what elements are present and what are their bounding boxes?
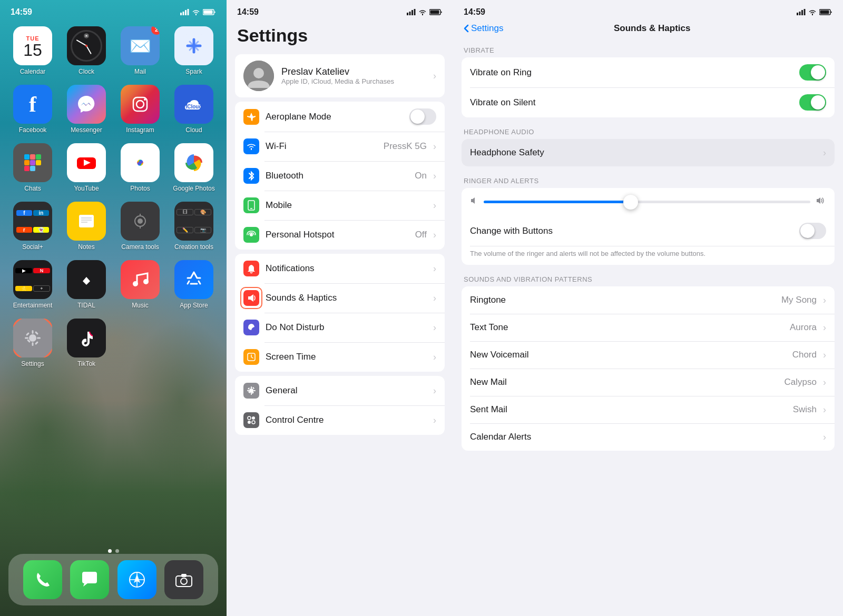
- gphotos-icon-img: [182, 151, 205, 174]
- svp-section-label: SOUNDS AND VIBRATION PATTERNS: [462, 269, 835, 286]
- app-camera-tools[interactable]: Camera tools: [116, 202, 164, 251]
- headphone-safety-row[interactable]: Headphone Safety ›: [462, 139, 835, 166]
- chats-icon-img: [22, 152, 43, 173]
- settings-row-notifications[interactable]: Notifications ›: [235, 254, 445, 283]
- sh-status-icons: [797, 9, 832, 15]
- app-appstore[interactable]: App Store: [170, 260, 218, 309]
- profile-row[interactable]: Preslav Kateliev Apple ID, iCloud, Media…: [235, 54, 445, 97]
- app-mail[interactable]: ✉️ 2 Mail: [116, 26, 164, 75]
- settings-time: 14:59: [237, 7, 259, 17]
- app-spark[interactable]: Spark: [170, 26, 218, 75]
- ringer-slider-track[interactable]: [484, 201, 810, 203]
- settings-row-bluetooth[interactable]: Bluetooth On ›: [235, 161, 445, 191]
- tiktok-icon-img: [76, 327, 97, 349]
- svg-rect-19: [24, 166, 30, 171]
- settings-row-screentime[interactable]: Screen Time ›: [235, 342, 445, 372]
- sent-mail-row[interactable]: Sent Mail Swish ›: [462, 396, 835, 423]
- app-photos[interactable]: Photos: [116, 143, 164, 192]
- change-buttons-row[interactable]: Change with Buttons: [462, 216, 835, 246]
- app-tidal[interactable]: TIDAL: [62, 260, 111, 309]
- app-instagram[interactable]: Instagram: [116, 85, 164, 134]
- notifications-label: Notifications: [266, 263, 427, 274]
- svg-rect-77: [253, 390, 256, 391]
- profile-subtitle: Apple ID, iCloud, Media & Purchases: [281, 77, 394, 85]
- svg-rect-13: [24, 154, 30, 160]
- svg-rect-76: [247, 390, 249, 391]
- dock-phone[interactable]: [23, 560, 62, 599]
- dnd-icon-img: [247, 323, 256, 332]
- calendar-num: 15: [23, 42, 42, 58]
- svg-rect-18: [36, 160, 41, 165]
- settings-row-hotspot[interactable]: Personal Hotspot Off ›: [235, 220, 445, 250]
- app-entertainment[interactable]: ▶ N ⭐ + Entertainment: [8, 260, 57, 309]
- tidal-icon-img: [76, 269, 97, 290]
- calendar-alerts-row[interactable]: Calendar Alerts ›: [462, 423, 835, 451]
- bluetooth-chevron: ›: [433, 171, 436, 182]
- wifi-icon: [192, 9, 200, 15]
- wifi-setting-icon-img: [247, 143, 256, 150]
- settings-status-bar: 14:59: [227, 0, 453, 21]
- app-calendar[interactable]: TUE 15 Calendar: [8, 26, 57, 75]
- app-creation-tools[interactable]: 🎞 🎨 ✏️ 📷 Creation tools: [170, 202, 218, 251]
- app-settings[interactable]: Settings: [8, 319, 57, 367]
- new-voicemail-row[interactable]: New Voicemail Chord ›: [462, 341, 835, 369]
- ringer-slider-thumb[interactable]: [623, 195, 638, 210]
- mobile-icon: [243, 197, 259, 213]
- app-notes[interactable]: Notes: [62, 202, 111, 251]
- tidal-label: TIDAL: [77, 302, 95, 309]
- bluetooth-value: On: [415, 171, 427, 181]
- settings-row-controlcentre[interactable]: Control Centre ›: [235, 405, 445, 435]
- back-button[interactable]: Settings: [464, 23, 503, 34]
- sounds-highlight-ring: [240, 287, 262, 309]
- hotspot-icon: [243, 227, 259, 243]
- sent-mail-label: Sent Mail: [470, 404, 787, 415]
- svg-rect-63: [411, 10, 413, 15]
- general-label: General: [266, 385, 427, 396]
- new-mail-chevron: ›: [823, 377, 826, 388]
- settings-row-aeroplane[interactable]: Aeroplane Mode: [235, 102, 445, 132]
- app-chats[interactable]: Chats: [8, 143, 57, 192]
- aeroplane-label: Aeroplane Mode: [266, 112, 403, 122]
- vibrate-ring-toggle[interactable]: [799, 64, 826, 81]
- status-bar-home: 14:59: [0, 0, 227, 21]
- settings-row-dnd[interactable]: Do Not Disturb ›: [235, 313, 445, 342]
- aeroplane-toggle[interactable]: [409, 108, 436, 125]
- headphone-highlight-ring: [462, 139, 835, 166]
- app-facebook[interactable]: f Facebook: [8, 85, 57, 134]
- settings-row-mobile[interactable]: Mobile ›: [235, 191, 445, 220]
- controlcentre-icon-img: [247, 415, 256, 425]
- svg-rect-1: [183, 12, 184, 15]
- youtube-icon-img: [75, 151, 98, 174]
- app-messenger[interactable]: Messenger: [62, 85, 111, 134]
- controlcentre-chevron: ›: [433, 415, 436, 426]
- mobile-label: Mobile: [266, 200, 427, 211]
- app-music[interactable]: Music: [116, 260, 164, 309]
- app-clock[interactable]: Clock: [62, 26, 111, 75]
- dock-camera[interactable]: [164, 560, 203, 599]
- camera-icon: [174, 570, 194, 590]
- app-tiktok[interactable]: TikTok: [62, 319, 111, 367]
- ringtone-row[interactable]: Ringtone My Song ›: [462, 286, 835, 314]
- new-mail-row[interactable]: New Mail Calypso ›: [462, 369, 835, 396]
- bluetooth-label: Bluetooth: [266, 171, 408, 181]
- dock-messages[interactable]: [70, 560, 109, 599]
- app-gphotos[interactable]: Google Photos: [170, 143, 218, 192]
- vibrate-ring-row[interactable]: Vibrate on Ring: [462, 57, 835, 87]
- text-tone-row[interactable]: Text Tone Aurora ›: [462, 314, 835, 341]
- chats-label: Chats: [24, 185, 41, 192]
- page-dot-1: [108, 549, 112, 553]
- vibrate-silent-row[interactable]: Vibrate on Silent: [462, 87, 835, 117]
- app-social[interactable]: f in r 👻 Social+: [8, 202, 57, 251]
- app-youtube[interactable]: YouTube: [62, 143, 111, 192]
- app-cloud[interactable]: iCloud Cloud: [170, 85, 218, 134]
- svg-point-43: [143, 279, 149, 284]
- page-dot-2: [115, 549, 119, 553]
- settings-row-wifi[interactable]: Wi-Fi PressK 5G ›: [235, 132, 445, 161]
- settings-row-general[interactable]: General ›: [235, 376, 445, 405]
- settings-row-sounds[interactable]: Sounds & Haptics ›: [235, 283, 445, 313]
- volume-high-icon: [816, 196, 826, 205]
- change-buttons-toggle[interactable]: [799, 223, 826, 239]
- vibrate-silent-toggle[interactable]: [799, 94, 826, 111]
- vibrate-ring-label: Vibrate on Ring: [470, 67, 793, 78]
- dock-safari[interactable]: [117, 560, 156, 599]
